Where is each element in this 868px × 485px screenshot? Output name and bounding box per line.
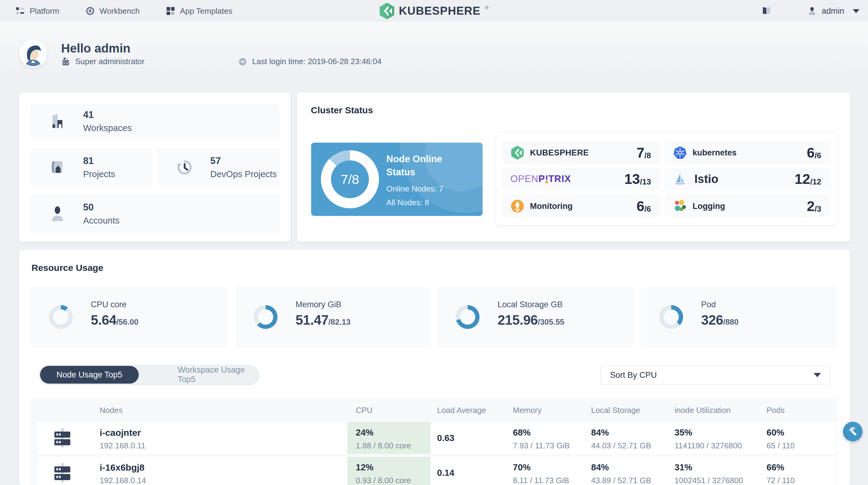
cluster-status-title: Cluster Status (311, 105, 373, 116)
top-nav: Platform Workbench App Templates KUBESPH… (0, 0, 868, 22)
online-nodes-line: Online Nodes: 7 (386, 184, 443, 194)
node-usage-table: Nodes CPU Load Average Memory Local Stor… (31, 397, 837, 485)
pods-percent: 66% (767, 462, 784, 473)
workbench-gauge-icon (86, 6, 95, 15)
stat-tile-projects[interactable]: 81 Projects (31, 148, 152, 186)
component-name: KUBESPHERE (530, 148, 589, 158)
components-panel: KUBESPHERE 7/8 kubernetes 6/6 OPENP!TRIX… (496, 132, 837, 225)
stats-card: 41 Workspaces 81 Projects 57 DevOps Proj… (19, 93, 290, 241)
stat-label: DevOps Projects (210, 169, 277, 179)
memory-detail: 7.93 / 11.73 GiB (513, 441, 570, 451)
usage-tile-cpu: CPU core 5.64/56.00 (31, 287, 227, 348)
memory-detail: 8.11 / 11.73 GiB (513, 476, 569, 485)
component-monitoring[interactable]: Monitoring 6/6 (502, 195, 660, 218)
usage-tile-local-storage: Local Storage GB 215.96/305.55 (437, 287, 634, 348)
sort-by-select[interactable]: Sort By CPU (600, 365, 830, 385)
stat-tile-workspaces[interactable]: 41 Workspaces (31, 104, 280, 138)
cpu-detail: 0.93 / 8.00 core (356, 476, 411, 485)
nav-right: admin (762, 0, 860, 22)
cpu-cell: 12% 0.93 / 8.00 core (347, 457, 431, 485)
resource-usage-card: Resource Usage CPU core 5.64/56.00 Memor… (19, 250, 850, 485)
accounts-icon (49, 205, 66, 222)
component-count: 12/12 (795, 171, 821, 187)
usage-label: Memory GiB (296, 300, 350, 310)
tab-workspace-usage-top5[interactable]: Workspace Usage Top5 (178, 365, 259, 384)
storage-detail: 44.03 / 52.71 GB (591, 441, 651, 451)
projects-icon (49, 159, 66, 176)
local-storage-donut (456, 305, 479, 329)
stat-text: 81 Projects (83, 156, 115, 179)
docs-book-icon[interactable] (762, 6, 771, 16)
inode-detail: 1002451 / 3276800 (675, 476, 743, 485)
cpu-percent: 12% (356, 462, 373, 473)
stat-label: Workspaces (83, 123, 132, 133)
nav-item-label: Workbench (100, 6, 140, 16)
cpu-detail: 1.88 / 8.00 core (356, 441, 411, 451)
devops-history-icon (176, 159, 193, 176)
kubernetes-icon (673, 146, 687, 160)
banner-meta: Super administrator Last login time: 201… (61, 57, 381, 66)
memory-percent: 68% (513, 428, 531, 438)
component-count: 2/3 (807, 198, 821, 215)
table-header: Nodes CPU Load Average Memory Local Stor… (31, 397, 837, 422)
node-online-donut: 7/8 (321, 150, 379, 208)
toolbox-fab-button[interactable] (843, 422, 863, 441)
component-kubernetes[interactable]: kubernetes 6/6 (665, 141, 830, 164)
stat-tile-accounts[interactable]: 50 Accounts (31, 195, 280, 233)
donut-hole (663, 310, 679, 325)
tab-node-usage-top5[interactable]: Node Usage Top5 (40, 366, 139, 384)
node-ip: 192.168.0.14 (100, 476, 146, 485)
usage-tile-memory: Memory GiB 51.47/82.13 (235, 287, 431, 348)
nav-item-app-templates[interactable]: App Templates (166, 6, 232, 16)
node-server-icon (54, 428, 71, 448)
kubesphere-hexagon-icon (380, 3, 394, 19)
workspaces-icon (49, 113, 66, 130)
nav-item-platform[interactable]: Platform (16, 6, 59, 16)
component-count: 6/6 (637, 198, 651, 215)
col-header-memory: Memory (513, 406, 541, 415)
stat-value: 81 (83, 156, 115, 166)
node-online-status-panel[interactable]: 7/8 Node Online Status Online Nodes: 7 A… (311, 142, 483, 216)
table-row[interactable]: i-caojnter 192.168.0.11 24% 1.88 / 8.00 … (38, 422, 836, 454)
stat-tile-devops[interactable]: 57 DevOps Projects (158, 148, 280, 186)
node-server-icon (54, 463, 71, 483)
usage-value: 215.96/305.55 (498, 313, 564, 328)
role-icon (61, 57, 70, 66)
usage-label: Local Storage GB (498, 300, 564, 310)
donut-hole (53, 310, 68, 325)
avatar (19, 40, 47, 67)
pods-detail: 65 / 110 (767, 441, 795, 451)
table-row[interactable]: i-16x6bgj8 192.168.0.14 12% 0.93 / 8.00 … (38, 457, 836, 485)
component-name: kubernetes (692, 148, 737, 158)
usage-tabs: Node Usage Top5 Workspace Usage Top5 (39, 365, 259, 385)
role-label: Super administrator (75, 57, 145, 66)
usage-text: CPU core 5.64/56.00 (91, 300, 138, 328)
nav-item-label: App Templates (180, 6, 232, 16)
component-kubesphere[interactable]: KUBESPHERE 7/8 (502, 141, 660, 164)
component-istio[interactable]: Istio 12/12 (665, 168, 830, 190)
node-panel-title: Node Online Status (386, 152, 443, 179)
component-name: Istio (694, 172, 718, 186)
user-menu[interactable]: admin (807, 6, 860, 16)
component-count: 7/8 (637, 144, 651, 161)
node-name: i-caojnter (100, 428, 141, 438)
component-logging[interactable]: Logging 2/3 (665, 195, 830, 218)
openpitrix-wordmark: OPENP!TRIX (510, 173, 571, 185)
usage-value: 5.64/56.00 (91, 313, 138, 328)
component-name: Logging (692, 201, 725, 211)
usage-text: Pod 326/880 (701, 300, 739, 328)
nav-item-workbench[interactable]: Workbench (86, 6, 140, 16)
col-header-pods: Pods (767, 406, 784, 415)
storage-percent: 84% (591, 462, 609, 473)
inode-detail: 1141190 / 3276800 (675, 441, 742, 451)
node-ratio: 7/8 (341, 172, 359, 187)
stat-text: 57 DevOps Projects (210, 156, 277, 179)
username: admin (822, 6, 844, 16)
stat-label: Projects (83, 169, 115, 179)
storage-detail: 43.89 / 52.71 GB (591, 476, 651, 485)
component-openpitrix[interactable]: OPENP!TRIX 13/13 (502, 168, 660, 190)
pod-donut (659, 305, 683, 329)
col-header-load-average: Load Average (437, 406, 486, 415)
user-icon (807, 6, 817, 15)
usage-tile-pod: Pod 326/880 (641, 287, 837, 348)
